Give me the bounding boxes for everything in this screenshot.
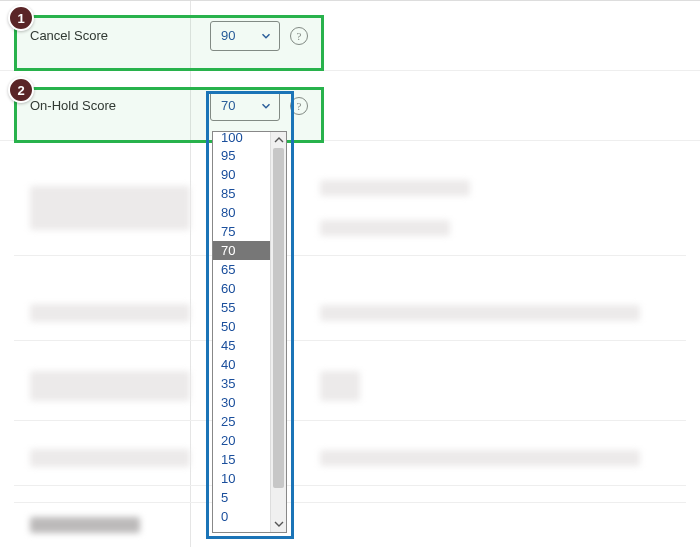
scrollbar-thumb[interactable] bbox=[273, 148, 284, 488]
chevron-down-icon bbox=[259, 29, 273, 46]
blurred-placeholder bbox=[30, 517, 140, 533]
chevron-down-icon bbox=[259, 99, 273, 116]
select-cancel-score-value: 90 bbox=[221, 28, 235, 43]
blurred-placeholder bbox=[320, 305, 640, 321]
dropdown-option[interactable]: 40 bbox=[213, 355, 270, 374]
dropdown-option[interactable]: 0 bbox=[213, 507, 270, 526]
help-icon[interactable]: ? bbox=[290, 97, 308, 115]
dropdown-option[interactable]: 25 bbox=[213, 412, 270, 431]
scroll-down-icon[interactable] bbox=[271, 516, 286, 532]
dropdown-option[interactable]: 85 bbox=[213, 184, 270, 203]
dropdown-option[interactable]: 100 bbox=[213, 132, 270, 146]
dropdown-option[interactable]: 60 bbox=[213, 279, 270, 298]
blurred-placeholder bbox=[30, 371, 190, 401]
select-cancel-score[interactable]: 90 bbox=[210, 21, 280, 51]
blurred-row bbox=[14, 351, 686, 421]
select-onhold-score[interactable]: 70 bbox=[210, 91, 280, 121]
blurred-placeholder bbox=[320, 371, 360, 401]
step-badge-1: 1 bbox=[8, 5, 34, 31]
dropdown-option[interactable]: 15 bbox=[213, 450, 270, 469]
blurred-row bbox=[14, 502, 686, 547]
blurred-placeholder bbox=[30, 449, 190, 467]
dropdown-option[interactable]: 80 bbox=[213, 203, 270, 222]
scrollbar[interactable] bbox=[270, 132, 286, 532]
dropdown-items: 100 959085807570656055504540353025201510… bbox=[213, 132, 270, 532]
blurred-row bbox=[14, 161, 686, 256]
dropdown-option[interactable]: 5 bbox=[213, 488, 270, 507]
blurred-placeholder bbox=[30, 304, 190, 322]
scroll-up-icon[interactable] bbox=[271, 132, 286, 148]
dropdown-option[interactable]: 55 bbox=[213, 298, 270, 317]
dropdown-option[interactable]: 90 bbox=[213, 165, 270, 184]
dropdown-onhold-options[interactable]: 100 959085807570656055504540353025201510… bbox=[212, 131, 287, 533]
dropdown-option[interactable]: 95 bbox=[213, 146, 270, 165]
dropdown-option[interactable]: 35 bbox=[213, 374, 270, 393]
row-onhold-score: On-Hold Score 70 ? bbox=[0, 71, 700, 141]
settings-page: Cancel Score 90 ? On-Hold Score 70 ? bbox=[0, 0, 700, 547]
blurred-placeholder bbox=[320, 220, 450, 236]
dropdown-option[interactable]: 75 bbox=[213, 222, 270, 241]
blurred-row bbox=[14, 431, 686, 486]
dropdown-option[interactable]: 50 bbox=[213, 317, 270, 336]
control-onhold-score: 70 ? bbox=[210, 91, 308, 121]
dropdown-option[interactable]: 65 bbox=[213, 260, 270, 279]
blurred-row bbox=[14, 286, 686, 341]
dropdown-option[interactable]: 20 bbox=[213, 431, 270, 450]
dropdown-option[interactable]: 70 bbox=[213, 241, 270, 260]
dropdown-option[interactable]: 30 bbox=[213, 393, 270, 412]
help-icon[interactable]: ? bbox=[290, 27, 308, 45]
dropdown-option[interactable]: 10 bbox=[213, 469, 270, 488]
label-cancel-score: Cancel Score bbox=[30, 28, 190, 43]
blurred-placeholder bbox=[320, 180, 470, 196]
blurred-placeholder bbox=[320, 450, 640, 466]
row-cancel-score: Cancel Score 90 ? bbox=[0, 1, 700, 71]
label-onhold-score: On-Hold Score bbox=[30, 98, 190, 113]
control-cancel-score: 90 ? bbox=[210, 21, 308, 51]
select-onhold-score-value: 70 bbox=[221, 98, 235, 113]
blurred-placeholder bbox=[30, 186, 190, 230]
dropdown-option[interactable]: 45 bbox=[213, 336, 270, 355]
step-badge-2: 2 bbox=[8, 77, 34, 103]
